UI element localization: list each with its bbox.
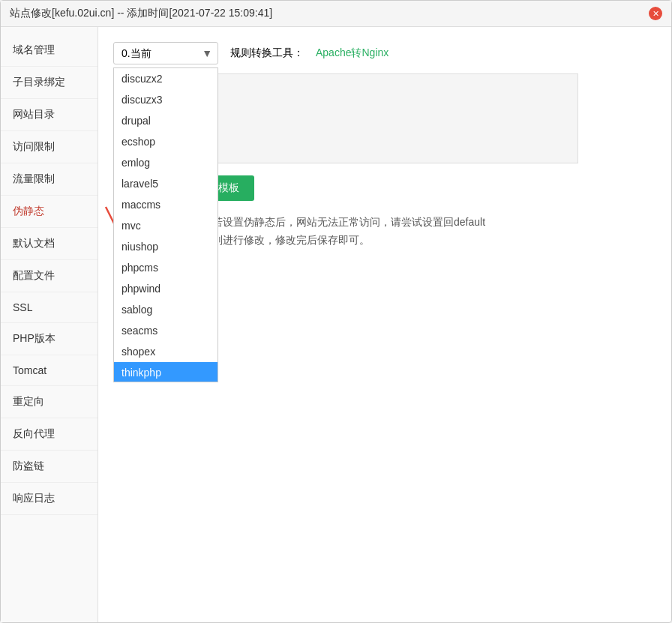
sidebar-item-redirect[interactable]: 重定向 [1,386,98,418]
dropdown-item-seacms[interactable]: seacms [114,320,218,341]
dropdown-item-phpwind[interactable]: phpwind [114,278,218,299]
sidebar-item-php[interactable]: PHP版本 [1,323,98,355]
sidebar-item-pseudostatic[interactable]: 伪静态 [1,196,98,228]
dropdown-panel[interactable]: discuzx2discuzx3drupalecshopemloglaravel… [113,67,218,382]
dropdown-item-thinkphp[interactable]: thinkphp [114,362,218,382]
content-area: 0.当前 ▼ discuzx2discuzx3drupalecshopemlog… [98,27,671,622]
sidebar-item-access[interactable]: 访问限制 [1,131,98,163]
sidebar-item-hotlink[interactable]: 防盗链 [1,451,98,483]
main-window: 站点修改[kefu.02ui.cn] -- 添加时间[2021-07-22 15… [0,0,672,623]
title-bar: 站点修改[kefu.02ui.cn] -- 添加时间[2021-07-22 15… [1,1,671,27]
dropdown-item-phpcms[interactable]: phpcms [114,257,218,278]
sidebar-item-traffic[interactable]: 流量限制 [1,163,98,196]
sidebar-item-tomcat[interactable]: Tomcat [1,355,98,386]
sidebar-item-webroot[interactable]: 网站目录 [1,99,98,131]
tool-label: 规则转换工具： [230,46,304,60]
dropdown-item-discuzx3[interactable]: discuzx3 [114,89,218,110]
sidebar-item-accesslog[interactable]: 响应日志 [1,483,98,515]
sidebar-item-subdir[interactable]: 子目录绑定 [1,67,98,99]
dropdown-item-ecshop[interactable]: ecshop [114,131,218,152]
dropdown-item-discuzx2[interactable]: discuzx2 [114,68,218,89]
sidebar-item-defaultdoc[interactable]: 默认文档 [1,228,98,260]
close-button[interactable]: ✕ [649,7,662,20]
dropdown-item-shopex[interactable]: shopex [114,341,218,362]
dropdown-item-laravel5[interactable]: laravel5 [114,173,218,194]
top-controls: 0.当前 ▼ discuzx2discuzx3drupalecshopemlog… [113,42,656,64]
sidebar-item-config[interactable]: 配置文件 [1,260,98,292]
sidebar: 域名管理子目录绑定网站目录访问限制流量限制伪静态默认文档配置文件SSLPHP版本… [1,27,98,622]
sidebar-item-reverseproxy[interactable]: 反向代理 [1,418,98,451]
sidebar-item-ssl[interactable]: SSL [1,292,98,323]
dropdown-item-drupal[interactable]: drupal [114,110,218,131]
dropdown-item-niushop[interactable]: niushop [114,236,218,257]
sidebar-item-domain[interactable]: 域名管理 [1,34,98,67]
dropdown-item-mvc[interactable]: mvc [114,215,218,236]
apache-to-nginx-link[interactable]: Apache转Nginx [316,46,388,60]
dropdown-item-sablog[interactable]: sablog [114,299,218,320]
dropdown-item-emlog[interactable]: emlog [114,152,218,173]
select-wrapper: 0.当前 ▼ discuzx2discuzx3drupalecshopemlog… [113,42,218,64]
dropdown-item-maccms[interactable]: maccms [114,194,218,215]
main-layout: 域名管理子目录绑定网站目录访问限制流量限制伪静态默认文档配置文件SSLPHP版本… [1,27,671,622]
current-select[interactable]: 0.当前 [113,42,218,64]
window-title: 站点修改[kefu.02ui.cn] -- 添加时间[2021-07-22 15… [10,7,272,20]
